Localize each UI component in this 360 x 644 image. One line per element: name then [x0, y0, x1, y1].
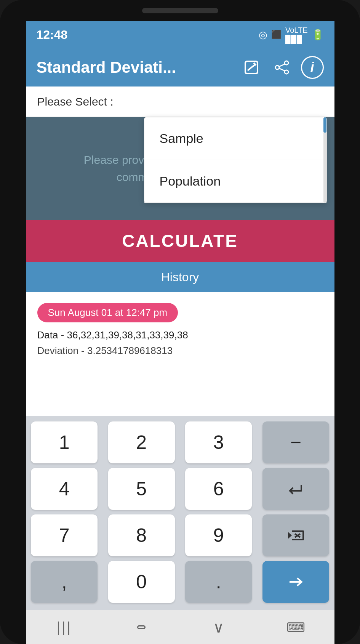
svg-marker-8	[288, 532, 292, 539]
numeric-keyboard: 1 2 3 − 4 5 6 7 8 9	[26, 416, 334, 610]
signal-icon: VoLTE▉▉▉	[285, 26, 308, 44]
keyboard-row-1: 1 2 3 −	[26, 420, 334, 465]
key-1[interactable]: 1	[31, 421, 98, 463]
calculate-button[interactable]: CALCULATE	[26, 220, 334, 262]
down-icon: ∨	[213, 618, 224, 636]
nav-bar: ||| ∨ ⌨	[26, 610, 334, 644]
history-data: Data - 36,32,31,39,38,31,33,39,38	[37, 329, 323, 341]
status-icons: ◎ ⬛ VoLTE▉▉▉ 🔋	[259, 26, 324, 44]
key-minus[interactable]: −	[262, 421, 329, 463]
select-label: Please Select :	[37, 95, 114, 108]
app-title: Standard Deviati...	[37, 58, 232, 77]
key-9[interactable]: 9	[185, 514, 252, 556]
svg-point-4	[285, 70, 288, 74]
status-bar: 12:48 ◎ ⬛ VoLTE▉▉▉ 🔋	[26, 21, 334, 48]
keyboard-row-4: , 0 .	[26, 559, 334, 604]
history-timestamp: Sun August 01 at 12:47 pm	[48, 307, 168, 318]
keyboard-row-3: 7 8 9	[26, 513, 334, 558]
share-icon[interactable]	[270, 56, 293, 79]
history-badge: Sun August 01 at 12:47 pm	[37, 303, 178, 322]
edit-icon[interactable]	[240, 56, 263, 79]
svg-line-6	[279, 64, 285, 67]
key-backspace[interactable]	[262, 514, 329, 556]
history-section: Sun August 01 at 12:47 pm Data - 36,32,3…	[26, 292, 334, 416]
app-bar: Standard Deviati... i	[26, 48, 334, 87]
home-icon	[137, 625, 146, 629]
key-5[interactable]: 5	[108, 468, 175, 510]
wifi-icon: ◎	[259, 29, 267, 41]
key-6[interactable]: 6	[185, 468, 252, 510]
keyboard-toggle[interactable]: ⌨	[280, 616, 311, 639]
key-0[interactable]: 0	[108, 561, 175, 603]
keyboard-row-2: 4 5 6	[26, 466, 334, 511]
calculate-label: CALCULATE	[122, 231, 238, 251]
info-letter: i	[310, 59, 314, 75]
history-label: History	[161, 270, 199, 284]
phone-frame: 12:48 ◎ ⬛ VoLTE▉▉▉ 🔋 Standard Deviati...	[0, 0, 360, 644]
speaker	[142, 8, 218, 13]
svg-line-1	[248, 64, 255, 70]
key-enter[interactable]	[262, 561, 329, 603]
content: Please Select : Sample Population Please…	[26, 87, 334, 416]
key-return[interactable]	[262, 468, 329, 510]
back-button[interactable]: |||	[49, 616, 80, 639]
svg-point-3	[285, 61, 288, 65]
svg-point-5	[275, 66, 279, 69]
key-2[interactable]: 2	[108, 421, 175, 463]
history-result: Deviation - 3.25341789618313	[37, 345, 323, 357]
key-7[interactable]: 7	[31, 514, 98, 556]
svg-line-7	[279, 68, 285, 71]
dropdown-scrollbar-thumb	[323, 117, 326, 133]
select-row[interactable]: Please Select :	[26, 87, 334, 117]
phone-top-bar	[0, 0, 360, 21]
info-icon[interactable]: i	[301, 56, 324, 79]
battery-icon: 🔋	[312, 29, 324, 41]
home-button[interactable]	[126, 616, 157, 639]
back-icon: |||	[57, 619, 72, 635]
dropdown-scrollbar	[323, 117, 326, 203]
key-8[interactable]: 8	[108, 514, 175, 556]
key-4[interactable]: 4	[31, 468, 98, 510]
history-button[interactable]: History	[26, 262, 334, 292]
phone-screen: 12:48 ◎ ⬛ VoLTE▉▉▉ 🔋 Standard Deviati...	[26, 21, 334, 644]
cast-icon: ⬛	[271, 30, 282, 40]
key-comma[interactable]: ,	[31, 561, 98, 603]
key-dot[interactable]: .	[185, 561, 252, 603]
dropdown-item-population[interactable]: Population	[144, 160, 326, 203]
key-3[interactable]: 3	[185, 421, 252, 463]
status-time: 12:48	[37, 28, 68, 42]
dropdown-item-sample[interactable]: Sample	[144, 117, 326, 160]
dropdown-menu: Sample Population	[144, 117, 327, 203]
down-button[interactable]: ∨	[203, 616, 234, 639]
keyboard-icon: ⌨	[286, 620, 305, 635]
